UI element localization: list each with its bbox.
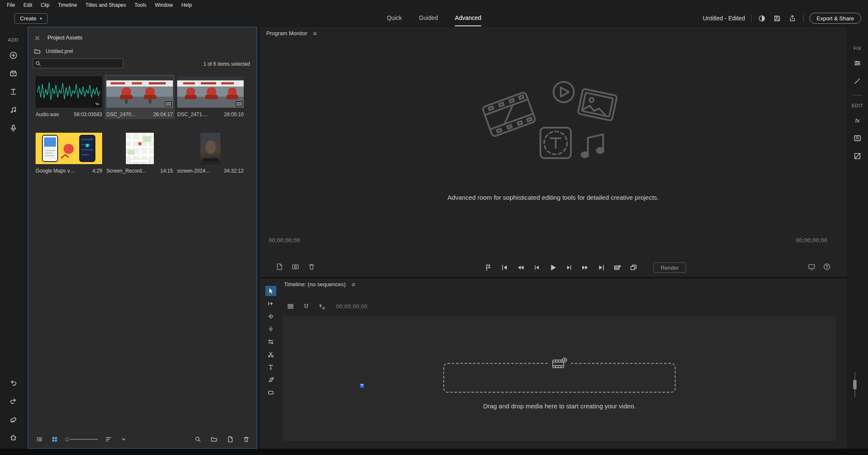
razor-tool-button[interactable] (265, 349, 276, 360)
asset-card-dsc-2471[interactable]: DSC_2471.... 28:05:10 (175, 75, 245, 119)
timeline-panel-menu-button[interactable]: ≡ (351, 282, 355, 288)
snap-toggle-button[interactable] (301, 301, 311, 311)
render-button[interactable]: Render (654, 262, 686, 273)
thumbnail-zoom-slider[interactable] (65, 438, 98, 441)
home-button[interactable] (8, 432, 19, 443)
titles-button[interactable] (8, 86, 19, 97)
undo-button[interactable] (8, 377, 19, 388)
auto-fix-button[interactable] (852, 75, 863, 87)
media-types-illustration (477, 74, 629, 176)
media-drop-zone[interactable] (443, 363, 676, 393)
grab-frame-button[interactable] (613, 263, 622, 272)
slide-tool-button[interactable] (265, 337, 276, 347)
zoom-slider-handle[interactable] (65, 438, 69, 441)
music-button[interactable] (8, 104, 19, 115)
sort-button[interactable] (104, 435, 113, 444)
timeline-timecode[interactable]: 00;00;00;00 (336, 303, 367, 310)
redo-button[interactable] (8, 395, 19, 406)
dual-monitor-button[interactable] (807, 262, 816, 271)
go-to-end-button[interactable] (597, 263, 606, 272)
share-button[interactable] (788, 14, 797, 23)
menu-item-edit[interactable]: Edit (19, 0, 36, 10)
menu-item-clip[interactable]: Clip (36, 0, 54, 10)
rolling-edit-icon (267, 326, 274, 332)
zoom-slider-handle[interactable] (853, 380, 857, 389)
new-folder-button[interactable] (209, 435, 219, 444)
export-frame-button[interactable] (291, 262, 300, 271)
tab-advanced[interactable]: Advanced (455, 10, 481, 26)
ripple-edit-icon (267, 313, 274, 320)
adjustments-button[interactable] (852, 58, 863, 69)
asset-card-google-maps[interactable]: Google Maps vs ... 4;29 (34, 131, 104, 176)
theme-toggle-button[interactable] (757, 14, 767, 23)
timeline-zoom-slider[interactable] (853, 372, 857, 397)
asset-card-dsc-2470[interactable]: DSC_2470... 26:04:17 (105, 75, 175, 119)
delete-button[interactable] (307, 262, 316, 271)
panel-title: Project Assets (47, 34, 82, 41)
close-panel-button[interactable] (34, 35, 41, 42)
go-to-start-button[interactable] (500, 263, 509, 272)
grid-view-button[interactable] (50, 435, 59, 444)
project-assets-button[interactable] (8, 68, 19, 79)
step-back-button[interactable] (532, 263, 542, 272)
ripple-edit-tool-button[interactable] (265, 311, 276, 321)
home-icon (9, 433, 17, 441)
search-assets-button[interactable] (193, 435, 203, 444)
playhead-follow-button[interactable] (317, 301, 326, 311)
step-forward-button[interactable] (565, 263, 574, 272)
view-options-button[interactable] (119, 435, 128, 444)
play-button[interactable] (548, 263, 558, 272)
add-music-tool-button[interactable] (265, 375, 276, 385)
swap-view-button[interactable] (629, 263, 638, 272)
asset-thumbnail (177, 76, 244, 108)
effects-button[interactable]: fx (852, 115, 863, 126)
project-file-row[interactable] (34, 48, 41, 56)
selection-tool-button[interactable] (265, 286, 276, 296)
export-share-button[interactable]: Export & Share (810, 13, 861, 24)
panel-menu-button[interactable]: ≡ (313, 31, 317, 36)
asset-search-input[interactable] (43, 59, 122, 68)
bottom-bar (0, 449, 868, 455)
save-button[interactable] (773, 14, 782, 23)
fast-forward-button[interactable] (581, 263, 590, 272)
divider (803, 15, 804, 22)
add-media-button[interactable] (8, 50, 19, 61)
menu-item-titles-and-shapes[interactable]: Titles and Shapes (81, 0, 131, 10)
new-item-button[interactable] (275, 262, 284, 271)
insert-clips-button[interactable] (286, 301, 295, 311)
menu-item-timeline[interactable]: Timeline (54, 0, 81, 10)
adjustment-layer-button[interactable] (852, 151, 863, 162)
track-select-tool-button[interactable] (265, 299, 276, 309)
drop-hint-text: Drag and drop media here to start creati… (283, 402, 836, 410)
delete-asset-button[interactable] (242, 435, 251, 444)
text-tool-button[interactable] (265, 362, 276, 372)
asset-card-screen-2024[interactable]: screen-2024... 34:32:12 (175, 131, 245, 176)
narration-button[interactable] (8, 123, 19, 134)
add-marker-button[interactable] (484, 263, 493, 272)
applied-effects-button[interactable]: fx (852, 133, 863, 144)
list-view-button[interactable] (35, 435, 44, 444)
tab-guided[interactable]: Guided (419, 10, 438, 26)
svg-text:fx: fx (856, 136, 860, 140)
menu-item-window[interactable]: Window (150, 0, 177, 10)
help-button[interactable] (822, 262, 832, 271)
new-item-button[interactable] (225, 435, 235, 444)
create-button[interactable]: Create ▾ (14, 13, 47, 24)
menu-item-file[interactable]: File (3, 0, 19, 10)
fast-rewind-button[interactable] (516, 263, 526, 272)
sort-icon (105, 436, 112, 443)
marker-flag-icon (485, 264, 492, 271)
timeline-track-area[interactable]: Drag and drop media here to start creati… (283, 316, 836, 441)
current-timecode[interactable]: 00;00;00;00 (269, 237, 300, 243)
asset-card-audio[interactable]: Audio.wav 56:03:03583 (34, 75, 104, 119)
rolling-edit-tool-button[interactable] (265, 324, 276, 334)
cleanup-button[interactable] (8, 413, 19, 424)
asset-card-screen-record[interactable]: Screen_Record... 14:15 (105, 131, 175, 176)
menu-item-help[interactable]: Help (177, 0, 196, 10)
menu-item-tools[interactable]: Tools (130, 0, 150, 10)
transport-controls: Render (484, 262, 686, 273)
video-badge-icon (236, 101, 242, 106)
tab-quick[interactable]: Quick (387, 10, 402, 26)
list-view-icon (36, 436, 43, 443)
shape-tool-button[interactable] (265, 388, 276, 398)
